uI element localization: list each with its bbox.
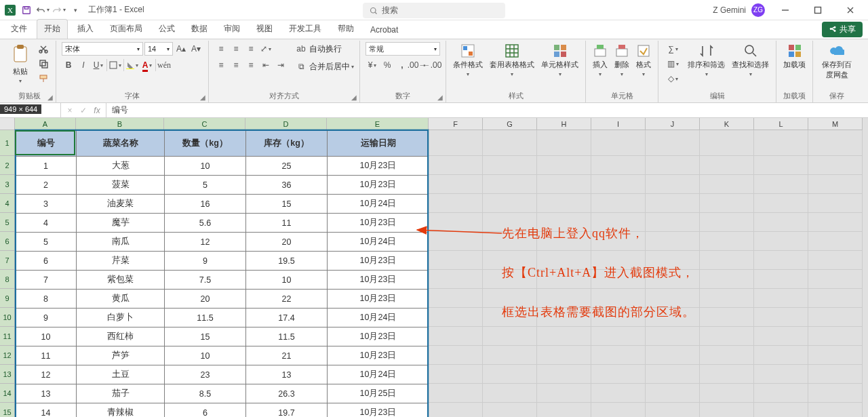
row-header[interactable]: 6 bbox=[0, 232, 15, 251]
cell[interactable]: 数量（kg） bbox=[165, 131, 246, 157]
cell[interactable] bbox=[700, 384, 754, 403]
wrap-text-button[interactable]: ab自动换行 bbox=[294, 42, 354, 56]
cell[interactable] bbox=[429, 156, 483, 175]
accounting-format-button[interactable]: ¥ bbox=[366, 58, 379, 72]
column-header[interactable]: C bbox=[164, 118, 245, 130]
cell[interactable]: 15 bbox=[246, 195, 328, 214]
cell[interactable]: 12 bbox=[16, 365, 77, 384]
cell[interactable]: 19.7 bbox=[246, 403, 328, 417]
cell[interactable] bbox=[429, 194, 483, 213]
cell[interactable]: 21 bbox=[246, 346, 328, 365]
delete-cells-button[interactable]: 删除▾ bbox=[613, 42, 631, 79]
cell[interactable]: 6 bbox=[165, 403, 246, 417]
percent-button[interactable]: % bbox=[380, 58, 394, 72]
cell[interactable] bbox=[700, 403, 754, 417]
cell[interactable]: 10月24日 bbox=[328, 365, 429, 384]
conditional-format-button[interactable]: 条件格式▾ bbox=[452, 42, 484, 79]
cell[interactable] bbox=[537, 384, 591, 403]
select-all-corner[interactable] bbox=[0, 118, 15, 130]
fx-icon[interactable]: fx bbox=[91, 106, 103, 115]
increase-indent-button[interactable]: ⇥ bbox=[274, 58, 288, 72]
cell[interactable] bbox=[646, 175, 700, 194]
cell[interactable]: 紫包菜 bbox=[77, 271, 165, 290]
format-painter-button[interactable] bbox=[37, 72, 50, 85]
autosum-button[interactable]: ∑ bbox=[664, 42, 682, 56]
cell[interactable] bbox=[537, 156, 591, 175]
border-button[interactable] bbox=[108, 58, 122, 72]
cell[interactable]: 蔬菜名称 bbox=[77, 131, 165, 157]
cell[interactable] bbox=[646, 327, 700, 346]
align-center-button[interactable]: ≡ bbox=[229, 58, 243, 72]
cell[interactable]: 3 bbox=[16, 195, 77, 214]
decrease-font-button[interactable]: A▾ bbox=[189, 42, 203, 56]
cell[interactable] bbox=[754, 156, 808, 175]
cell[interactable]: 17.4 bbox=[246, 309, 328, 327]
cell[interactable] bbox=[483, 384, 537, 403]
cell[interactable] bbox=[754, 403, 808, 417]
ribbon-tab-10[interactable]: Acrobat bbox=[363, 22, 405, 39]
increase-font-button[interactable]: A▴ bbox=[174, 42, 188, 56]
cell[interactable]: 11 bbox=[16, 346, 77, 365]
cell[interactable] bbox=[754, 365, 808, 384]
bold-button[interactable]: B bbox=[62, 58, 75, 72]
cell[interactable]: 2 bbox=[16, 176, 77, 195]
cell[interactable] bbox=[537, 175, 591, 194]
cell[interactable]: 13 bbox=[16, 384, 77, 403]
share-button[interactable]: 共享 bbox=[822, 22, 863, 37]
row-header[interactable]: 8 bbox=[0, 270, 15, 289]
cell[interactable] bbox=[808, 270, 863, 289]
cell[interactable]: 20 bbox=[246, 233, 328, 252]
cell[interactable]: 22 bbox=[246, 290, 328, 309]
cell[interactable] bbox=[429, 403, 483, 417]
number-format-select[interactable]: 常规▾ bbox=[366, 42, 440, 56]
dialog-launcher-icon[interactable]: ◢ bbox=[351, 94, 357, 101]
column-header[interactable]: E bbox=[327, 118, 429, 130]
cell[interactable] bbox=[700, 175, 754, 194]
cell[interactable] bbox=[591, 175, 646, 194]
maximize-button[interactable] bbox=[803, 0, 833, 20]
save-icon[interactable] bbox=[19, 3, 34, 18]
cell[interactable]: 10月23日 bbox=[328, 327, 429, 346]
column-header[interactable]: A bbox=[15, 118, 76, 130]
column-header[interactable]: B bbox=[76, 118, 164, 130]
cell[interactable]: 23 bbox=[165, 365, 246, 384]
cell[interactable] bbox=[754, 346, 808, 365]
cell[interactable] bbox=[429, 365, 483, 384]
cell[interactable] bbox=[537, 130, 591, 156]
row-header[interactable]: 15 bbox=[0, 403, 15, 417]
cell[interactable] bbox=[700, 327, 754, 346]
format-cells-button[interactable]: 格式▾ bbox=[635, 42, 652, 79]
cell[interactable] bbox=[591, 130, 646, 156]
column-header[interactable]: H bbox=[537, 118, 591, 130]
cell[interactable] bbox=[700, 308, 754, 327]
column-header[interactable]: F bbox=[429, 118, 483, 130]
cell[interactable]: 10 bbox=[165, 157, 246, 176]
cell[interactable] bbox=[591, 403, 646, 417]
cell[interactable]: 10 bbox=[16, 327, 77, 346]
redo-button[interactable] bbox=[52, 3, 66, 18]
cell[interactable]: 4 bbox=[16, 214, 77, 233]
cell[interactable] bbox=[754, 308, 808, 327]
cell[interactable]: 茄子 bbox=[77, 384, 165, 403]
dialog-launcher-icon[interactable]: ◢ bbox=[437, 94, 443, 101]
cell[interactable]: 5.6 bbox=[165, 214, 246, 233]
cell[interactable] bbox=[591, 327, 646, 346]
cell[interactable] bbox=[808, 308, 863, 327]
cell[interactable] bbox=[646, 403, 700, 417]
cell[interactable]: 10月25日 bbox=[328, 384, 429, 403]
column-header[interactable]: M bbox=[808, 118, 863, 130]
cell[interactable] bbox=[754, 194, 808, 213]
cell[interactable] bbox=[429, 130, 483, 156]
cell[interactable] bbox=[808, 232, 863, 251]
dialog-launcher-icon[interactable]: ◢ bbox=[200, 94, 205, 101]
dialog-launcher-icon[interactable]: ◢ bbox=[47, 94, 53, 101]
cell[interactable]: 南瓜 bbox=[77, 233, 165, 252]
cell[interactable] bbox=[483, 327, 537, 346]
cell[interactable]: 西红柿 bbox=[77, 327, 165, 346]
row-header[interactable]: 3 bbox=[0, 175, 15, 194]
cell[interactable]: 土豆 bbox=[77, 365, 165, 384]
cells-grid[interactable]: 编号蔬菜名称数量（kg）库存（kg）运输日期1大葱102510月23日2菠菜53… bbox=[15, 130, 429, 131]
cell[interactable] bbox=[754, 213, 808, 232]
cell[interactable] bbox=[646, 194, 700, 213]
cell[interactable] bbox=[537, 365, 591, 384]
